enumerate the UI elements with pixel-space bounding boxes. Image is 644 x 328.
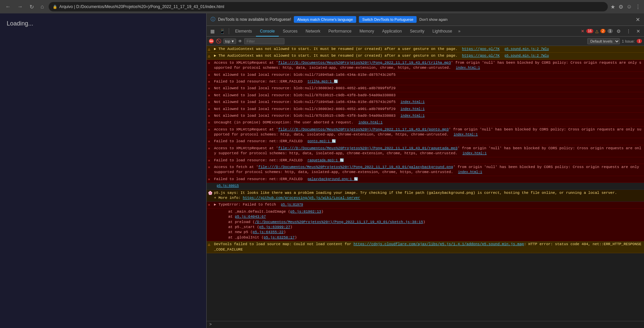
eye-icon[interactable]: 👁 (238, 39, 242, 44)
back-button[interactable]: ← (3, 2, 13, 11)
log-entry: ✕ Not allowed to load local resource: bl… (207, 92, 644, 99)
tab-network[interactable]: Network (302, 26, 324, 37)
console-prompt: > (207, 321, 644, 328)
devtools-more-icon[interactable]: ⋮ (625, 27, 633, 35)
tab-console[interactable]: Console (256, 26, 279, 37)
log-entry: ✕ Failed to load resource: net::ERR_FAIL… (207, 176, 644, 183)
tab-sources[interactable]: Sources (279, 26, 302, 37)
tab-performance[interactable]: Performance (324, 26, 356, 37)
log-source[interactable]: index.html:1 (400, 100, 425, 104)
log-source[interactable]: p5.sound.min.js:2 7Wlu (504, 54, 549, 58)
tab-security[interactable]: Security (406, 26, 428, 37)
spacer-icon: . (208, 184, 213, 188)
log-link[interactable]: https://cdnjs.cloudflare.com/ajax/libs/p… (354, 242, 524, 246)
tab-application[interactable]: Application (378, 26, 406, 37)
bookmark-icon[interactable]: ★ (610, 4, 615, 10)
console-output[interactable]: △ ▶ The AudioContext was not allowed to … (207, 46, 644, 321)
log-entry: ✕ Access to fetch at 'file:///D:/Documen… (207, 164, 644, 176)
log-link[interactable]: file:///D:/Documentos/Meus%20Projetos%20… (278, 146, 458, 150)
log-text: ▶ The AudioContext was not allowed to st… (214, 47, 643, 52)
filter-right: Default levels 1 Issue: 1 (587, 38, 642, 44)
log-entry: △ ▶ The AudioContext was not allowed to … (207, 46, 644, 53)
log-source[interactable]: index.html:1 (453, 133, 478, 136)
log-entry: △ DevTools failed to load source map: Co… (207, 241, 644, 253)
log-source[interactable]: p5.js:81979 (281, 203, 303, 207)
tab-elements[interactable]: Elements (231, 26, 256, 37)
log-link[interactable]: https://github.com/processing/p5.js/wiki… (243, 196, 360, 200)
filter-input[interactable] (244, 38, 284, 44)
log-link[interactable]: file:///D:/Documentos/Meus%20Projetos%20… (258, 165, 453, 169)
error-icon: ✕ (208, 139, 213, 144)
log-source[interactable]: index.html:1 (358, 121, 382, 124)
log-link[interactable]: file:///D:/Documentos/Meus%20Projetos%20… (278, 127, 448, 131)
tab-memory[interactable]: Memory (356, 26, 378, 37)
close-devtools-icon[interactable]: ✕ (635, 27, 642, 35)
log-source[interactable]: raquetada.mp3:1 🔄 (308, 159, 344, 162)
devtools-toolbar: ▦ 📱 Elements Console Sources Network Per… (207, 26, 644, 37)
log-source[interactable]: index.html:1 (463, 152, 487, 155)
log-link[interactable]: p5.js:63258:17 (264, 235, 294, 239)
info-circle-icon: ⓘ (211, 16, 215, 22)
log-text: Not allowed to load local resource: blob… (214, 72, 643, 77)
match-language-button[interactable]: Always match Chrome's language (294, 16, 356, 23)
main-container: Loading... ⓘ DevTools is now available i… (0, 13, 644, 328)
issue-count: 1 (637, 39, 642, 43)
devtools-panel: ⓘ DevTools is now available in Portugues… (206, 13, 644, 328)
log-link[interactable]: p5.js:64043:67 (235, 215, 266, 219)
log-link[interactable]: p5.js:63999:27 (259, 225, 290, 229)
log-entry: ✕ Not allowed to load local resource: bl… (207, 106, 644, 113)
dont-show-again-button[interactable]: Don't show again (419, 17, 447, 21)
error-icon: ✕ (208, 120, 213, 125)
settings-icon[interactable]: ⚙ (615, 27, 623, 35)
log-text: Access to fetch at 'file:///D:/Documento… (214, 165, 643, 175)
log-text: Not allowed to load local resource: blob… (214, 93, 643, 98)
log-source[interactable]: index.html:1 (456, 66, 480, 70)
log-link[interactable]: https://goo.gl/7K (462, 54, 499, 58)
log-text: p5.js:60015 (214, 183, 643, 188)
log-entry: 🌸 p5.js says: It looks like there was a … (207, 190, 644, 202)
profile-icon[interactable]: ☺ (627, 4, 632, 10)
log-link[interactable]: p5.js:81902:13 (290, 210, 321, 214)
log-source[interactable]: p5.sound.min.js:2 7Wlu (504, 47, 549, 51)
log-text: Not allowed to load local resource: blob… (214, 100, 643, 105)
log-entry: ✕ Failed to load resource: net::ERR_FAIL… (207, 78, 644, 85)
log-entry: ✕ Not allowed to load local resource: bl… (207, 72, 644, 78)
log-text: Access to XMLHttpRequest at 'file:///D:/… (214, 60, 643, 71)
address-bar[interactable]: 🔒 Arquivo | D:/Documentos/Meus%20Projeto… (49, 2, 608, 11)
switch-devtools-button[interactable]: Switch DevTools to Portuguese (359, 16, 417, 23)
log-source[interactable]: ponto.mp3:1 🔄 (308, 140, 336, 143)
extensions-icon[interactable]: ⚙ (619, 4, 623, 10)
forward-button[interactable]: → (15, 2, 25, 11)
menu-icon[interactable]: ⋮ (635, 4, 641, 10)
top-selector[interactable]: top ▼ (223, 39, 236, 44)
log-source[interactable]: trilha.mp3:1 🔄 (308, 80, 338, 84)
clear-icon[interactable]: 🚫 (216, 39, 221, 44)
log-source[interactable]: galaxybackground.png:1 🔄 (308, 177, 358, 181)
log-link[interactable]: file:///D:/Documentos/Meus%20Projetos%20… (278, 61, 451, 65)
log-text: Uncaught (in promise) DOMException: The … (214, 120, 643, 125)
close-notification-button[interactable]: ✕ (636, 16, 640, 23)
log-link[interactable]: https://goo.gl/7K (462, 47, 499, 51)
log-source[interactable]: index.html:1 (458, 170, 482, 174)
log-entry: ✕ Failed to load resource: net::ERR_FAIL… (207, 138, 644, 145)
block-icon[interactable]: ⛔ (209, 39, 214, 44)
log-link[interactable]: p5.js:64355:22 (253, 230, 283, 234)
log-source[interactable]: index.html:1 (400, 107, 425, 111)
log-source[interactable]: p5.js:60015 (217, 184, 239, 188)
home-button[interactable]: ⌂ (39, 2, 46, 11)
warn-icon: △ (208, 54, 213, 58)
device-toolbar-icon[interactable]: 📱 (218, 27, 227, 35)
log-source[interactable]: index.html:1 (400, 114, 425, 118)
error-icon: ✕ (208, 146, 213, 151)
toolbar-divider (229, 28, 229, 34)
log-link[interactable]: /D:/Documentos/Meus%20Projetos%20=)/Pong… (255, 220, 423, 224)
error-icon: ✕ (208, 100, 213, 104)
more-tabs-button[interactable]: » (456, 29, 463, 34)
default-levels-select[interactable]: Default levels (587, 38, 620, 44)
error-icon: ✕ (208, 73, 213, 77)
log-text: Not allowed to load local resource: blob… (214, 107, 643, 112)
select-element-icon[interactable]: ▦ (209, 27, 216, 35)
log-entry: ✕ Uncaught (in promise) DOMException: Th… (207, 119, 644, 126)
tab-lighthouse[interactable]: Lighthouse (428, 26, 456, 37)
reload-button[interactable]: ↻ (28, 2, 36, 11)
